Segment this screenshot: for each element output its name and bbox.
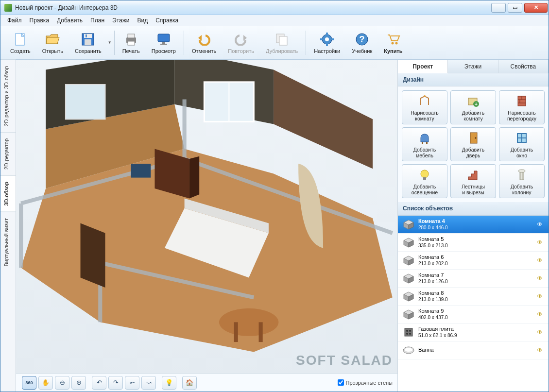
minimize-button[interactable]: ─ [491, 3, 506, 13]
menu-help[interactable]: Справка [152, 16, 182, 25]
save-dropdown[interactable]: ▼ [107, 40, 112, 45]
object-name: Комната 8 [418, 290, 537, 296]
duplicate-button[interactable]: Дублировать [261, 31, 303, 55]
svg-point-52 [475, 137, 477, 139]
svg-point-40 [424, 95, 426, 97]
draw-partition-icon [514, 93, 530, 109]
svg-rect-6 [128, 34, 135, 38]
visibility-icon[interactable]: 👁 [537, 239, 545, 246]
tab-3d-view[interactable]: 3D-обзор [0, 175, 16, 212]
zoom-out-button[interactable]: ⊖ [55, 376, 69, 390]
open-button[interactable]: Открыть [37, 31, 68, 55]
object-dimensions: 280.0 x 446.0 [418, 225, 537, 231]
rotate-cw-button[interactable]: ↷ [108, 376, 123, 390]
home-view-button[interactable]: 🏠 [182, 376, 197, 390]
object-item[interactable]: Ванна👁 [398, 341, 549, 359]
svg-rect-50 [426, 142, 428, 144]
buy-button[interactable]: Купить [379, 31, 407, 55]
add-column-button[interactable]: Добавитьколонну [499, 164, 545, 198]
orbit-right-button[interactable]: ⤻ [141, 376, 156, 390]
transparent-walls-checkbox[interactable]: Прозрачные стены [338, 379, 393, 386]
object-dimensions: 213.0 x 202.0 [418, 261, 537, 267]
object-dimensions: 213.0 x 139.0 [418, 297, 537, 303]
menu-add[interactable]: Добавить [53, 16, 86, 25]
visibility-icon[interactable]: 👁 [537, 221, 545, 228]
add-door-button[interactable]: Добавитьдверь [450, 127, 496, 161]
visibility-icon[interactable]: 👁 [537, 275, 545, 282]
redo-button[interactable]: Повторить [223, 31, 259, 55]
object-item[interactable]: Комната 6213.0 x 202.0👁 [398, 252, 549, 270]
visibility-icon[interactable]: 👁 [537, 311, 545, 318]
svg-rect-39 [259, 322, 263, 342]
menu-plan[interactable]: План [86, 16, 108, 25]
add-lighting-button[interactable]: Добавитьосвещение [402, 164, 447, 198]
draw-room-button[interactable]: Нарисоватькомнату [402, 90, 447, 124]
svg-rect-4 [86, 34, 87, 37]
tab-floors[interactable]: Этажи [448, 60, 498, 73]
rotate-ccw-button[interactable]: ↶ [92, 376, 106, 390]
svg-marker-36 [81, 223, 105, 288]
svg-rect-57 [423, 177, 426, 180]
object-name: Комната 6 [418, 254, 537, 260]
menu-edit[interactable]: Правка [26, 16, 53, 25]
objects-list[interactable]: Комната 4280.0 x 446.0👁Комната 5335.0 x … [398, 215, 549, 392]
undo-button[interactable]: Отменить [187, 31, 221, 55]
tab-properties[interactable]: Свойства [498, 60, 549, 73]
svg-rect-80 [405, 328, 412, 336]
settings-button[interactable]: Настройки [309, 31, 345, 55]
object-item[interactable]: Комната 8213.0 x 139.0👁 [398, 288, 549, 306]
maximize-button[interactable]: ▭ [508, 3, 522, 13]
window-title: Новый проект - Дизайн Интерьера 3D [15, 4, 490, 11]
object-item[interactable]: Комната 7213.0 x 126.0👁 [398, 270, 549, 288]
add-furniture-button[interactable]: Добавитьмебель [402, 127, 447, 161]
close-button[interactable]: ✕ [524, 3, 548, 13]
object-dimensions: 51.0 x 62.1 x 86.9 [418, 333, 537, 339]
svg-text:+: + [475, 102, 478, 107]
lighting-button[interactable]: 💡 [162, 376, 176, 390]
svg-text:?: ? [360, 34, 365, 44]
add-window-button[interactable]: Добавитьокно [499, 127, 545, 161]
tab-2d-editor[interactable]: 2D-редактор [0, 132, 16, 175]
visibility-icon[interactable]: 👁 [537, 257, 545, 264]
titlebar: Новый проект - Дизайн Интерьера 3D ─ ▭ ✕ [0, 0, 549, 15]
preview-button[interactable]: Просмотр [147, 31, 181, 55]
design-header: Дизайн [398, 73, 549, 86]
menu-file[interactable]: Файл [3, 16, 26, 25]
visibility-icon[interactable]: 👁 [537, 347, 545, 354]
object-item[interactable]: Комната 5335.0 x 213.0👁 [398, 234, 549, 252]
monitor-icon [156, 32, 172, 47]
create-button[interactable]: Создать [5, 31, 35, 55]
visibility-icon[interactable]: 👁 [537, 293, 545, 300]
menu-floors[interactable]: Этажи [108, 16, 133, 25]
box-icon [402, 218, 415, 231]
pan-button[interactable]: ✋ [38, 376, 53, 390]
draw-partition-button[interactable]: Нарисоватьперегородку [499, 90, 545, 124]
design-grid: Нарисоватькомнату+ДобавитькомнатуНарисов… [398, 86, 549, 202]
object-item[interactable]: Комната 4280.0 x 446.0👁 [398, 216, 549, 234]
object-item[interactable]: Газовая плита51.0 x 62.1 x 86.9👁 [398, 324, 549, 341]
zoom-in-button[interactable]: ⊕ [71, 376, 86, 390]
bath-icon [402, 343, 415, 357]
add-room-button[interactable]: +Добавитькомнату [450, 90, 496, 124]
visibility-icon[interactable]: 👁 [537, 329, 545, 336]
draw-room-icon [417, 93, 432, 109]
rotate-360-button[interactable]: 360 [22, 376, 36, 390]
object-item[interactable]: Комната 9402.0 x 437.0👁 [398, 306, 549, 324]
add-furniture-icon [417, 130, 432, 146]
tab-2d-3d[interactable]: 2D-редактор и 3D-обзор [0, 60, 16, 132]
svg-rect-15 [326, 33, 328, 35]
tab-project[interactable]: Проект [398, 60, 448, 73]
tab-virtual-visit[interactable]: Виртуальный визит [0, 212, 16, 273]
object-name: Комната 7 [418, 272, 537, 278]
svg-point-56 [421, 170, 429, 178]
menu-view[interactable]: Вид [133, 16, 152, 25]
svg-rect-35 [131, 164, 151, 178]
save-button[interactable]: Сохранить [70, 31, 106, 55]
orbit-left-button[interactable]: ⤺ [125, 376, 139, 390]
print-button[interactable]: Печать [118, 31, 145, 55]
3d-canvas[interactable]: SOFT SALAD [16, 60, 397, 373]
duplicate-icon [274, 32, 290, 47]
svg-point-21 [392, 42, 394, 44]
stairs-cutouts-button[interactable]: Лестницыи вырезы [450, 164, 496, 198]
tutorial-button[interactable]: ? Учебник [347, 31, 377, 55]
